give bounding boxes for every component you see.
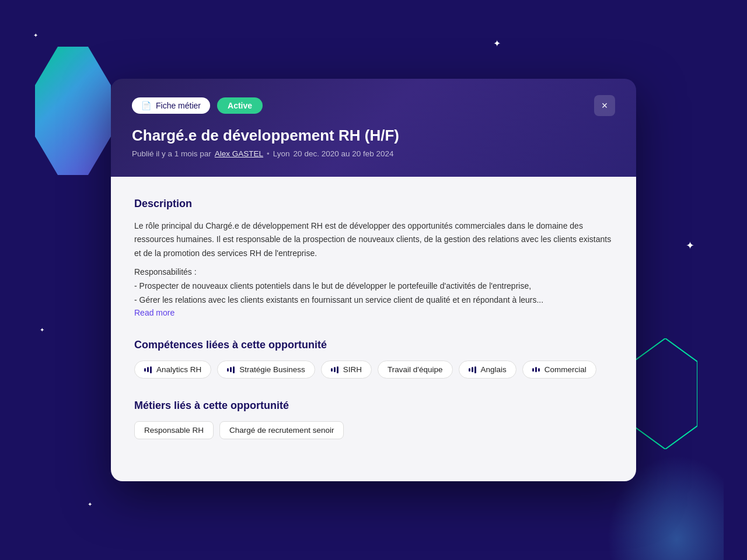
competences-section: Compétences liées à cette opportunité An… [134, 339, 613, 379]
competence-tag-4[interactable]: Anglais [459, 360, 516, 379]
read-more-link[interactable]: Read more [134, 308, 174, 317]
meta-separator: • [267, 149, 270, 158]
skill-level-icon [469, 366, 476, 373]
modal-header-top: 📄 Fiche métier Active × [132, 95, 615, 116]
desc-bullet2: - Gérer les relations avec les clients e… [134, 293, 613, 307]
description-content: Le rôle principal du Chargé.e de dévelop… [134, 219, 613, 307]
crystal-decoration-right [633, 338, 697, 449]
competence-tag-0[interactable]: Analytics RH [134, 360, 211, 379]
fiche-metier-label: Fiche métier [156, 101, 201, 110]
desc-responsibilities: Responsabilités : [134, 265, 613, 279]
competence-tag-2[interactable]: SIRH [321, 360, 372, 379]
active-badge: Active [217, 97, 263, 114]
metiers-title: Métiers liés à cette opportunité [134, 400, 613, 412]
close-button[interactable]: × [594, 95, 615, 116]
job-title: Chargé.e de développement RH (H/F) [132, 127, 615, 145]
metier-tag-1[interactable]: Chargé de recrutement senoir [219, 421, 344, 439]
document-icon: 📄 [141, 101, 151, 110]
author-name[interactable]: Alex GASTEL [215, 149, 263, 158]
skill-level-icon [227, 366, 235, 373]
competence-tag-3[interactable]: Travail d'équipe [378, 360, 452, 379]
meta-location: Lyon [273, 149, 290, 158]
competences-tags: Analytics RHStratégie BusinessSIRHTravai… [134, 360, 613, 379]
desc-bullet1: - Prospecter de nouveaux clients potenti… [134, 279, 613, 293]
svg-marker-0 [633, 338, 697, 449]
desc-p1: Le rôle principal du Chargé.e de dévelop… [134, 219, 613, 261]
modal: 📄 Fiche métier Active × Chargé.e de déve… [111, 79, 636, 482]
tag-label: Analytics RH [156, 365, 201, 374]
skill-level-icon [144, 366, 152, 373]
description-title: Description [134, 198, 613, 210]
star-1: ✦ [493, 38, 501, 49]
crystal-decoration-left [35, 47, 111, 175]
tag-label: Anglais [481, 365, 507, 374]
tag-label: Commercial [544, 365, 587, 374]
modal-body: Description Le rôle principal du Chargé.… [111, 177, 636, 482]
tag-label: Travail d'équipe [388, 365, 442, 374]
meta-published: Publié il y a 1 mois par [132, 149, 211, 158]
skill-level-icon [532, 367, 540, 372]
modal-header: 📄 Fiche métier Active × Chargé.e de déve… [111, 79, 636, 177]
metier-tag-0[interactable]: Responsable RH [134, 421, 214, 439]
description-section: Description Le rôle principal du Chargé.… [134, 198, 613, 318]
competences-title: Compétences liées à cette opportunité [134, 339, 613, 351]
tag-label: Stratégie Business [239, 365, 305, 374]
competence-tag-5[interactable]: Commercial [522, 360, 596, 379]
fiche-metier-badge[interactable]: 📄 Fiche métier [132, 97, 210, 114]
star-3: ✦ [40, 327, 44, 333]
skill-level-icon [331, 366, 338, 373]
meta-dates: 20 dec. 2020 au 20 feb 2024 [294, 149, 394, 158]
star-2: ✦ [33, 32, 38, 38]
metiers-section: Métiers liés à cette opportunité Respons… [134, 400, 613, 439]
competence-tag-1[interactable]: Stratégie Business [217, 360, 315, 379]
star-5: ✦ [88, 501, 92, 508]
modal-meta: Publié il y a 1 mois par Alex GASTEL • L… [132, 149, 615, 158]
tag-label: SIRH [343, 365, 362, 374]
header-badges: 📄 Fiche métier Active [132, 97, 263, 114]
metiers-tags: Responsable RHChargé de recrutement seno… [134, 421, 613, 439]
star-4: ✦ [686, 239, 694, 252]
